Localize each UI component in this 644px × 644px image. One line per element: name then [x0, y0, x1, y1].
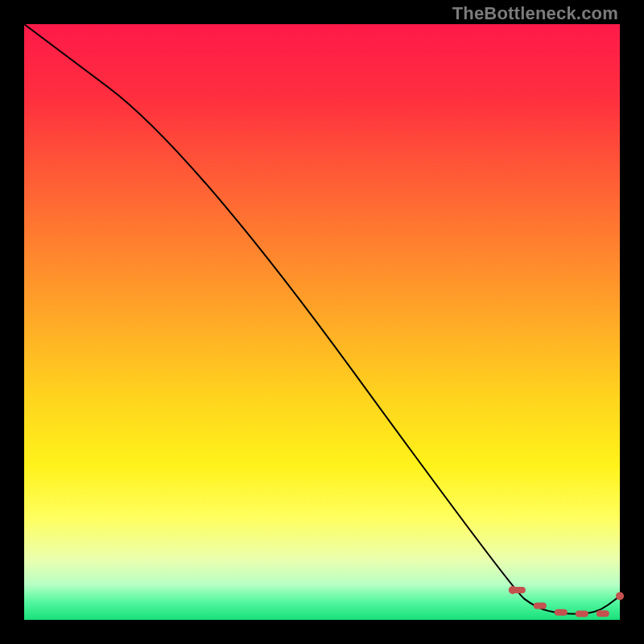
- optimal-range-markers: [509, 586, 624, 617]
- range-end-dot: [616, 592, 624, 600]
- chart-overlay: [24, 24, 620, 620]
- range-dash: [597, 610, 609, 617]
- bottleneck-curve: [24, 24, 620, 614]
- chart-frame: TheBottleneck.com: [0, 0, 644, 644]
- range-dash: [534, 603, 547, 609]
- range-dash: [576, 611, 588, 617]
- range-dash: [555, 609, 568, 616]
- range-dash: [513, 587, 526, 593]
- watermark-label: TheBottleneck.com: [452, 3, 618, 24]
